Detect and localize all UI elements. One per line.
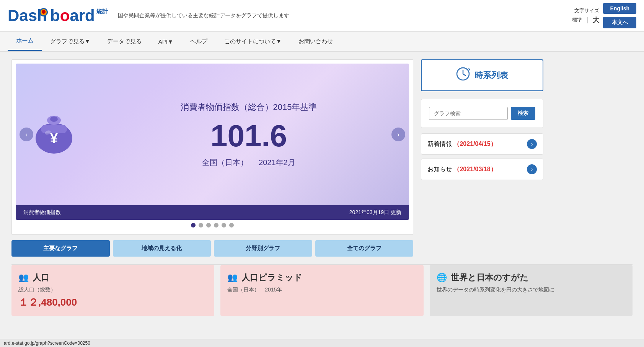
carousel-prev-button[interactable]: ‹ bbox=[20, 128, 33, 141]
logo-h-container: h bbox=[37, 7, 50, 23]
nav-item-api[interactable]: API▼ bbox=[150, 33, 182, 50]
carousel-footer: 消費者物価指数 2021年03月19日 更新 bbox=[16, 205, 409, 220]
dot-2[interactable] bbox=[199, 223, 203, 228]
card-pyramid-subtitle: 全国（日本） 2015年 bbox=[227, 286, 416, 293]
nav-item-help[interactable]: ヘルプ bbox=[182, 33, 216, 51]
card-population-subtitle: 総人口（総数） bbox=[18, 286, 207, 293]
news-latest-arrow: › bbox=[527, 139, 537, 149]
svg-point-3 bbox=[50, 116, 58, 122]
carousel-footer-right: 2021年03月19日 更新 bbox=[349, 209, 401, 216]
carousel-date: 2021年2月 bbox=[259, 158, 295, 167]
tab-all-graphs[interactable]: 全てのグラフ bbox=[315, 240, 414, 257]
card-population-value: １２,480,000 bbox=[18, 296, 207, 309]
logo-stat: 統計 bbox=[96, 8, 108, 15]
main-content: ‹ ¥ bbox=[0, 52, 644, 264]
news-item-notice[interactable]: お知らせ （2021/03/18） › bbox=[421, 159, 543, 180]
dot-3[interactable] bbox=[206, 223, 211, 228]
header-right: 文字サイズ 標準 ｜ 大 English 本文へ bbox=[572, 3, 636, 28]
logo-r: r bbox=[79, 7, 85, 25]
dot-1[interactable] bbox=[191, 223, 196, 228]
english-button[interactable]: English bbox=[603, 3, 636, 14]
font-size-std-btn[interactable]: 標準 bbox=[572, 16, 582, 23]
bottom-cards: 👥 人口 総人口（総数） １２,480,000 👥 人口ピラミッド 全国（日本）… bbox=[0, 265, 644, 324]
news-notice-text: お知らせ bbox=[427, 166, 452, 172]
card-population[interactable]: 👥 人口 総人口（総数） １２,480,000 bbox=[11, 265, 214, 316]
logo-s: s bbox=[28, 7, 37, 25]
font-size-section: 文字サイズ 標準 ｜ 大 bbox=[572, 7, 599, 25]
news-notice-arrow: › bbox=[527, 164, 537, 174]
card-world-title: 世界と日本のすがた bbox=[451, 272, 528, 283]
time-series-label: 時系列表 bbox=[474, 70, 508, 81]
carousel-purse-icon: ¥ bbox=[31, 110, 81, 159]
card-population-title: 人口 bbox=[33, 272, 49, 283]
pyramid-icon: 👥 bbox=[227, 273, 238, 283]
search-row: 検索 bbox=[429, 107, 535, 120]
header-tagline: 国や民間企業等が提供している主要な統計データをグラフで提供します bbox=[118, 12, 289, 19]
font-size-large-btn[interactable]: 大 bbox=[593, 16, 599, 25]
news-item-latest[interactable]: 新着情報 （2021/04/15） › bbox=[421, 133, 543, 155]
carousel-wrapper: ‹ ¥ bbox=[11, 59, 413, 235]
carousel-data: 消費者物価指数（総合）2015年基準 101.6 全国（日本） 2021年2月 bbox=[104, 101, 394, 168]
world-icon: 🌐 bbox=[437, 273, 447, 283]
header-left: D a s h b o a r d 統計 国や民間企業等が提供している主要な統計… bbox=[8, 7, 289, 25]
news-latest-text: 新着情報 bbox=[427, 141, 452, 147]
search-input[interactable] bbox=[429, 107, 508, 120]
tab-field-graphs[interactable]: 分野別グラフ bbox=[214, 240, 312, 257]
svg-text:¥: ¥ bbox=[50, 131, 58, 146]
carousel-title: 消費者物価指数（総合）2015年基準 bbox=[104, 101, 394, 113]
card-world-japan[interactable]: 🌐 世界と日本のすがた 世界のデータの時系列変化を円の大きさで地図に bbox=[430, 265, 633, 316]
dot-6[interactable] bbox=[229, 223, 234, 228]
carousel-dots bbox=[16, 220, 409, 231]
logo-circle-red bbox=[42, 10, 46, 14]
clock-icon bbox=[456, 67, 470, 83]
logo-d2: d bbox=[85, 7, 95, 25]
carousel-content: ¥ 消費者物価指数（総合）2015年基準 101.6 全国（日本） 2021年2… bbox=[31, 101, 394, 168]
logo-a2: a bbox=[70, 7, 78, 25]
right-sidebar: 時系列表 検索 新着情報 （2021/04/15） › お知らせ （2021/0… bbox=[421, 59, 543, 257]
search-button[interactable]: 検索 bbox=[511, 107, 535, 120]
nav-item-contact[interactable]: お問い合わせ bbox=[290, 33, 341, 51]
card-population-header: 👥 人口 bbox=[18, 272, 207, 283]
tab-regional[interactable]: 地域の見える化 bbox=[113, 240, 211, 257]
logo-b: b bbox=[50, 7, 60, 25]
card-world-header: 🌐 世界と日本のすがた bbox=[437, 272, 626, 283]
carousel-next-button[interactable]: › bbox=[391, 128, 405, 141]
header-buttons: English 本文へ bbox=[603, 3, 636, 28]
logo-d: D bbox=[8, 7, 19, 25]
main-nav: ホーム グラフで見る▼ データで見る API▼ ヘルプ このサイトについて▼ お… bbox=[0, 32, 644, 52]
search-box: 検索 bbox=[421, 99, 543, 128]
tab-buttons: 主要なグラフ 地域の見える化 分野別グラフ 全てのグラフ bbox=[11, 240, 413, 257]
font-size-label: 文字サイズ bbox=[572, 7, 599, 14]
carousel-section: ‹ ¥ bbox=[11, 59, 413, 257]
logo-o: o bbox=[60, 7, 70, 25]
news-latest-label: 新着情報 （2021/04/15） bbox=[427, 140, 497, 148]
font-divider: ｜ bbox=[584, 16, 590, 24]
news-notice-label: お知らせ （2021/03/18） bbox=[427, 165, 497, 174]
logo[interactable]: D a s h b o a r d 統計 bbox=[8, 7, 108, 25]
nav-item-about[interactable]: このサイトについて▼ bbox=[216, 33, 290, 51]
card-pyramid-title: 人口ピラミッド bbox=[241, 272, 302, 283]
card-world-desc: 世界のデータの時系列変化を円の大きさで地図に bbox=[437, 286, 626, 293]
nav-item-home[interactable]: ホーム bbox=[8, 32, 42, 51]
news-latest-date: （2021/04/15） bbox=[453, 141, 496, 147]
nav-item-data-view[interactable]: データで見る bbox=[99, 33, 150, 51]
dot-5[interactable] bbox=[222, 223, 226, 228]
font-size-controls: 標準 ｜ 大 bbox=[572, 16, 599, 25]
nav-item-graph-view[interactable]: グラフで見る▼ bbox=[42, 33, 99, 51]
tab-main-graphs[interactable]: 主要なグラフ bbox=[11, 240, 110, 257]
dot-4[interactable] bbox=[214, 223, 218, 228]
carousel-location: 全国（日本） bbox=[202, 158, 248, 167]
time-series-button[interactable]: 時系列表 bbox=[421, 59, 543, 91]
card-population-pyramid[interactable]: 👥 人口ピラミッド 全国（日本） 2015年 bbox=[220, 265, 423, 316]
header: D a s h b o a r d 統計 国や民間企業等が提供している主要な統計… bbox=[0, 0, 644, 32]
carousel-subtitle: 全国（日本） 2021年2月 bbox=[104, 157, 394, 168]
population-icon: 👥 bbox=[18, 273, 29, 283]
carousel-value: 101.6 bbox=[104, 121, 394, 151]
carousel-footer-left: 消費者物価指数 bbox=[23, 209, 61, 216]
news-notice-date: （2021/03/18） bbox=[453, 166, 496, 172]
carousel-slide: ‹ ¥ bbox=[16, 64, 409, 205]
card-pyramid-header: 👥 人口ピラミッド bbox=[227, 272, 416, 283]
logo-a: a bbox=[19, 7, 28, 25]
honbun-button[interactable]: 本文へ bbox=[603, 17, 636, 28]
